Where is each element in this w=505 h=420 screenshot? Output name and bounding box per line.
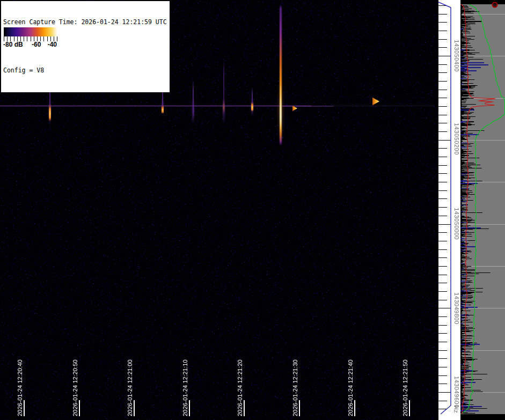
- frequency-unit-label: Hz: [453, 406, 459, 413]
- frequency-tick-label: 143050400: [453, 40, 460, 72]
- time-tick-mark: [134, 400, 135, 416]
- spectrum-panel[interactable]: [460, 0, 505, 420]
- frequency-tick-label: 143049800: [453, 292, 460, 325]
- frequency-axis: 1430504001430502001430500001430498001430…: [438, 0, 460, 420]
- time-tick-mark: [244, 400, 245, 416]
- time-tick-label: 2026-01-24 12:20:40: [17, 359, 23, 416]
- colorbar-label-mid: -60: [32, 41, 41, 48]
- colorbar-gradient: [4, 27, 57, 36]
- time-tick-label: 2026-01-24 12:21:10: [182, 359, 188, 416]
- time-tick-mark: [189, 400, 190, 416]
- time-tick-label: 2026-01-24 12:20:50: [72, 359, 78, 416]
- time-tick-mark: [299, 400, 300, 416]
- time-tick-mark: [354, 400, 355, 416]
- time-tick-mark: [79, 400, 80, 416]
- frequency-tick-label: 143050200: [453, 123, 460, 155]
- time-tick-mark: [24, 400, 25, 416]
- colorbar-label-min: -80 dB: [3, 41, 23, 48]
- time-tick-label: 2026-01-24 12:21:00: [127, 359, 133, 416]
- time-tick-label: 2026-01-24 12:21:30: [292, 359, 298, 416]
- time-tick-mark: [409, 400, 410, 416]
- time-tick-label: 2026-01-24 12:21:50: [402, 359, 408, 416]
- time-tick-label: 2026-01-24 12:21:40: [347, 359, 354, 416]
- spectrogram-window: Screen Capture Time: 2026-01-24 12:21:59…: [0, 0, 505, 420]
- colorbar-labels: -80 dB -60 -40: [3, 41, 58, 49]
- config-text: Config = V8: [3, 67, 167, 75]
- colorbar-legend: -80 dB -60 -40: [2, 26, 59, 49]
- frequency-tick-label: 143049600: [453, 376, 460, 408]
- frequency-tick-label: 143050000: [453, 208, 460, 240]
- time-tick-label: 2026-01-24 12:21:20: [237, 359, 243, 416]
- capture-time-text: Screen Capture Time: 2026-01-24 12:21:59…: [3, 18, 167, 26]
- colorbar-label-max: -40: [48, 41, 57, 48]
